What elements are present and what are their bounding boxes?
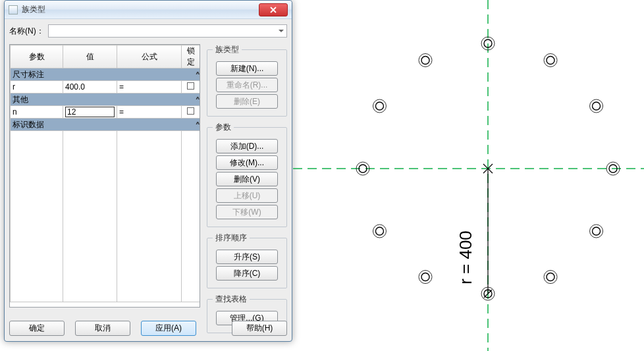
col-header-formula[interactable]: 公式 bbox=[117, 45, 182, 68]
chevron-up-icon: ^^ bbox=[196, 96, 197, 103]
apply-button[interactable]: 应用(A) bbox=[141, 321, 196, 336]
family-types-dialog: 族类型 名称(N)： 参数 值 公式 锁定 bbox=[4, 0, 292, 342]
param-value[interactable] bbox=[63, 106, 117, 119]
svg-text:r = 400: r = 400 bbox=[456, 230, 475, 284]
svg-point-8 bbox=[590, 99, 603, 113]
moveup-param-button[interactable]: 上移(U) bbox=[216, 188, 278, 203]
app-icon bbox=[9, 5, 18, 14]
svg-point-14 bbox=[544, 271, 557, 284]
svg-point-15 bbox=[547, 273, 554, 281]
col-header-param[interactable]: 参数 bbox=[11, 45, 63, 68]
table-row: n = bbox=[11, 106, 200, 119]
col-header-lock[interactable]: 锁定 bbox=[182, 45, 200, 68]
param-value[interactable]: 400.0 bbox=[63, 81, 117, 94]
svg-point-20 bbox=[373, 225, 386, 238]
svg-point-24 bbox=[373, 99, 386, 113]
group-legend: 族类型 bbox=[213, 44, 242, 55]
close-button[interactable] bbox=[259, 3, 288, 16]
name-label: 名称(N)： bbox=[9, 26, 44, 37]
section-ident[interactable]: 标识数据^^ bbox=[11, 119, 200, 131]
cancel-button[interactable]: 取消 bbox=[75, 321, 130, 336]
new-type-button[interactable]: 新建(N)... bbox=[216, 61, 278, 76]
chevron-up-icon: ^^ bbox=[196, 71, 197, 78]
svg-point-12 bbox=[590, 225, 603, 238]
n-value-input[interactable] bbox=[65, 107, 115, 117]
parameter-grid[interactable]: 参数 值 公式 锁定 尺寸标注^^ r 400.0 = 其他^^ n bbox=[9, 44, 200, 308]
group-legend: 查找表格 bbox=[213, 294, 250, 305]
lock-checkbox[interactable] bbox=[187, 82, 194, 90]
group-family-types: 族类型 新建(N)... 重命名(R)... 删除(E) bbox=[207, 44, 287, 117]
delete-param-button[interactable]: 删除(V) bbox=[216, 172, 278, 186]
group-sort: 排序顺序 升序(S) 降序(C) bbox=[207, 232, 287, 288]
table-row: r 400.0 = bbox=[11, 81, 200, 94]
section-dim[interactable]: 尺寸标注^^ bbox=[11, 68, 200, 81]
svg-point-6 bbox=[544, 53, 557, 67]
ok-button[interactable]: 确定 bbox=[9, 321, 65, 336]
group-legend: 排序顺序 bbox=[213, 232, 250, 244]
param-formula[interactable]: = bbox=[117, 81, 182, 94]
svg-point-25 bbox=[375, 102, 383, 110]
add-param-button[interactable]: 添加(D)... bbox=[216, 139, 278, 153]
modify-param-button[interactable]: 修改(M)... bbox=[216, 155, 278, 170]
drawing-svg: r = 400 bbox=[293, 0, 644, 351]
svg-point-9 bbox=[593, 102, 601, 110]
lock-checkbox[interactable] bbox=[187, 107, 194, 115]
delete-type-button[interactable]: 删除(E) bbox=[216, 94, 278, 109]
sort-desc-button[interactable]: 降序(C) bbox=[216, 266, 278, 281]
section-other[interactable]: 其他^^ bbox=[11, 94, 200, 106]
svg-point-19 bbox=[421, 273, 429, 281]
dialog-title: 族类型 bbox=[22, 4, 259, 15]
help-button[interactable]: 帮助(H) bbox=[232, 321, 287, 336]
param-formula[interactable]: = bbox=[117, 106, 182, 119]
name-combo[interactable] bbox=[48, 24, 287, 38]
svg-point-26 bbox=[419, 53, 432, 67]
group-legend: 参数 bbox=[213, 122, 234, 133]
movedown-param-button[interactable]: 下移(W) bbox=[216, 205, 278, 219]
svg-point-21 bbox=[375, 227, 383, 235]
param-name[interactable]: r bbox=[11, 81, 63, 94]
param-name[interactable]: n bbox=[11, 106, 63, 119]
svg-point-7 bbox=[547, 56, 554, 64]
sort-asc-button[interactable]: 升序(S) bbox=[216, 250, 278, 264]
rename-type-button[interactable]: 重命名(R)... bbox=[216, 78, 278, 92]
svg-point-13 bbox=[593, 227, 601, 235]
group-parameters: 参数 添加(D)... 修改(M)... 删除(V) 上移(U) 下移(W) bbox=[207, 122, 287, 227]
svg-point-27 bbox=[421, 56, 429, 64]
svg-point-18 bbox=[419, 271, 432, 284]
chevron-up-icon: ^^ bbox=[196, 121, 197, 128]
titlebar[interactable]: 族类型 bbox=[5, 1, 292, 19]
col-header-value[interactable]: 值 bbox=[63, 45, 117, 68]
drawing-canvas: r = 400 bbox=[293, 0, 644, 351]
